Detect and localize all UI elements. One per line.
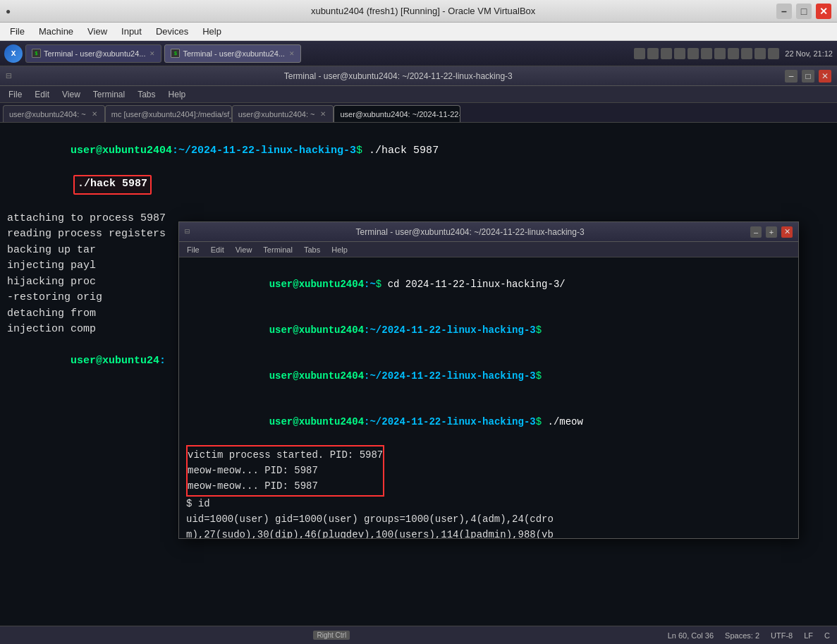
taskbar-app-terminal1-close[interactable]: ✕: [149, 50, 155, 57]
terminal-tab-3[interactable]: user@xubuntu2404: ~ ✕: [232, 105, 334, 122]
taskbar-app-terminal2-label: Terminal - user@xubuntu24...: [183, 49, 284, 58]
vbox-close-button[interactable]: ✕: [816, 4, 831, 19]
terminal-outer-min-button[interactable]: –: [785, 70, 798, 83]
prompt-user-1: user@xubuntu2404: [71, 145, 172, 157]
vbox-menubar: File Machine View Input Devices Help: [0, 23, 837, 41]
float-terminal-title: Terminal - user@xubuntu2404: ~/2024-11-2…: [194, 227, 746, 237]
prompt-dollar-1: $: [356, 145, 362, 157]
taskbar-app-terminal2-close[interactable]: ✕: [289, 50, 295, 57]
float-prompt-user-1: user@xubuntu2404: [269, 279, 364, 290]
float-menu-terminal[interactable]: Terminal: [258, 245, 298, 255]
float-prompt-user-3: user@xubuntu2404: [269, 370, 364, 382]
terminal-tab-4[interactable]: user@xubuntu2404: ~/2024-11-22-linux-...…: [334, 105, 460, 122]
terminal-tab-1-label: user@xubuntu2404: ~: [9, 110, 86, 119]
terminal-outer-menu-view[interactable]: View: [56, 89, 86, 100]
prompt-path-1: :~/2024-11-22-linux-hacking-3: [172, 145, 356, 157]
float-line-9: uid=1000(user) gid=1000(user) groups=100…: [186, 512, 791, 528]
vbox-window-controls: – □ ✕: [776, 4, 831, 19]
vbox-menu-file[interactable]: File: [3, 25, 32, 38]
float-prompt-path-2: :~/2024-11-22-linux-hacking-3: [364, 324, 536, 336]
float-menu-file[interactable]: File: [182, 245, 204, 255]
taskbar-icon-3: [661, 48, 672, 59]
prompt-cmd-1: ./hack 5987: [362, 145, 439, 157]
float-menu-view[interactable]: View: [231, 245, 257, 255]
float-prompt-dollar-3: $: [536, 370, 542, 382]
vbox-logo-text: ●: [6, 6, 11, 16]
float-cmd-4: ./meow: [542, 416, 583, 427]
outer-terminal-window: ⊟ Terminal - user@xubuntu2404: ~/2024-11…: [0, 66, 837, 644]
terminal-tab-2-label: mc [user@xubuntu2404]:/media/sf_shar...: [111, 110, 232, 119]
taskbar-icon-8: [728, 48, 739, 59]
float-cmd-1: cd 2024-11-22-linux-hacking-3/: [381, 279, 565, 290]
float-terminal-drag-icon: ⊟: [185, 226, 190, 237]
terminal-tab-2[interactable]: mc [user@xubuntu2404]:/media/sf_shar... …: [105, 105, 232, 122]
vbox-menu-input[interactable]: Input: [114, 25, 149, 38]
float-menu-tabs[interactable]: Tabs: [299, 245, 325, 255]
statusbar-right: Ln 60, Col 36 Spaces: 2 UTF-8 LF C: [668, 631, 830, 640]
vbox-menu-view[interactable]: View: [80, 25, 114, 38]
float-prompt-path-3: :~/2024-11-22-linux-hacking-3: [364, 370, 536, 382]
taskbar-icon-sound: [768, 48, 779, 59]
float-output-id-cmd: $ id: [186, 498, 210, 509]
taskbar-icon-bell: [754, 48, 766, 59]
statusbar-encoding: UTF-8: [771, 631, 793, 640]
terminal-outer-drag-icon: ⊟: [6, 70, 11, 82]
terminal-outer-close-button[interactable]: ✕: [819, 70, 831, 83]
statusbar-eol: LF: [804, 631, 813, 640]
terminal-outer-menu-edit[interactable]: Edit: [29, 89, 55, 100]
terminal-tab-1[interactable]: user@xubuntu2404: ~ ✕: [3, 105, 105, 122]
terminal-outer-menu-tabs[interactable]: Tabs: [132, 89, 161, 100]
float-output-uid1: uid=1000(user) gid=1000(user) groups=100…: [186, 514, 554, 525]
terminal-tab-4-label: user@xubuntu2404: ~/2024-11-22-linux-...: [340, 110, 460, 119]
vm-start-icon[interactable]: x: [4, 44, 23, 63]
terminal-tab-1-close[interactable]: ✕: [90, 110, 99, 119]
float-prompt-path-1: :~: [364, 279, 376, 290]
terminal-outer-max-button[interactable]: □: [802, 70, 814, 83]
terminal-outer-tabs: user@xubuntu2404: ~ ✕ mc [user@xubuntu24…: [0, 103, 837, 123]
vbox-maximize-button[interactable]: □: [796, 4, 812, 19]
taskbar-app-terminal1[interactable]: $ Terminal - user@xubuntu24... ✕: [25, 44, 161, 63]
taskbar-right: 22 Nov, 21:12: [634, 48, 833, 59]
terminal-outer-title: Terminal - user@xubuntu2404: ~/2024-11-2…: [16, 71, 781, 81]
float-menu-help[interactable]: Help: [326, 245, 353, 255]
taskbar-app-terminal2[interactable]: $ Terminal - user@xubuntu24... ✕: [164, 44, 300, 63]
terminal-outer-menu-terminal[interactable]: Terminal: [87, 89, 130, 100]
statusbar-spaces: Spaces: 2: [725, 631, 759, 640]
float-output-meow2: meow-meow... PID: 5987: [188, 480, 318, 492]
right-ctrl-label: Right Ctrl: [313, 631, 350, 640]
terminal-tab-3-close[interactable]: ✕: [319, 110, 327, 119]
float-line-7: meow-meow... PID: 5987: [188, 479, 383, 494]
output-detaching: detaching from: [7, 308, 96, 320]
float-terminal-max-button[interactable]: +: [766, 226, 777, 238]
vbox-minimize-button[interactable]: –: [776, 4, 792, 19]
vbox-menu-help[interactable]: Help: [195, 25, 228, 38]
terminal2-icon-text: $: [174, 51, 177, 56]
vm-taskbar: x $ Terminal - user@xubuntu24... ✕ $ Ter…: [0, 41, 837, 66]
output-injecting: injecting payl: [7, 260, 96, 272]
vbox-menu-machine[interactable]: Machine: [32, 25, 80, 38]
terminal-outer-menu-file[interactable]: File: [3, 89, 28, 100]
taskbar-sys-icons: [634, 48, 779, 59]
vbox-window-title: xubuntu2404 (fresh1) [Running] - Oracle …: [15, 6, 831, 16]
prompt-path-2: :: [159, 355, 166, 367]
float-menu-edit[interactable]: Edit: [206, 245, 229, 255]
float-line-6: meow-meow... PID: 5987: [188, 463, 383, 479]
output-hijacking: hijacking proc: [7, 276, 96, 288]
terminal2-icon: $: [171, 49, 180, 58]
output-attaching: attaching to process 5987: [7, 212, 166, 224]
vm-start-label: x: [11, 49, 16, 59]
float-terminal-close-button[interactable]: ✕: [781, 226, 793, 238]
float-line-2: user@xubuntu2404:~/2024-11-22-linux-hack…: [186, 308, 791, 353]
float-terminal-min-button[interactable]: –: [750, 226, 762, 238]
terminal-outer-titlebar: ⊟ Terminal - user@xubuntu2404: ~/2024-11…: [0, 66, 837, 86]
taskbar-icon-network: [741, 48, 752, 59]
float-line-10: m),27(sudo),30(dip),46(plugdev),100(user…: [186, 528, 791, 538]
taskbar-icon-2: [647, 48, 659, 59]
float-prompt-user-2: user@xubuntu2404: [269, 324, 364, 336]
prompt-user-2: user@xubuntu24: [71, 355, 159, 367]
terminal-outer-content[interactable]: user@xubuntu2404:~/2024-11-22-linux-hack…: [0, 123, 837, 626]
taskbar-icon-1: [634, 48, 645, 59]
vbox-menu-devices[interactable]: Devices: [149, 25, 195, 38]
float-terminal-content[interactable]: user@xubuntu2404:~$ cd 2024-11-22-linux-…: [179, 257, 798, 538]
terminal-outer-menu-help[interactable]: Help: [163, 89, 192, 100]
